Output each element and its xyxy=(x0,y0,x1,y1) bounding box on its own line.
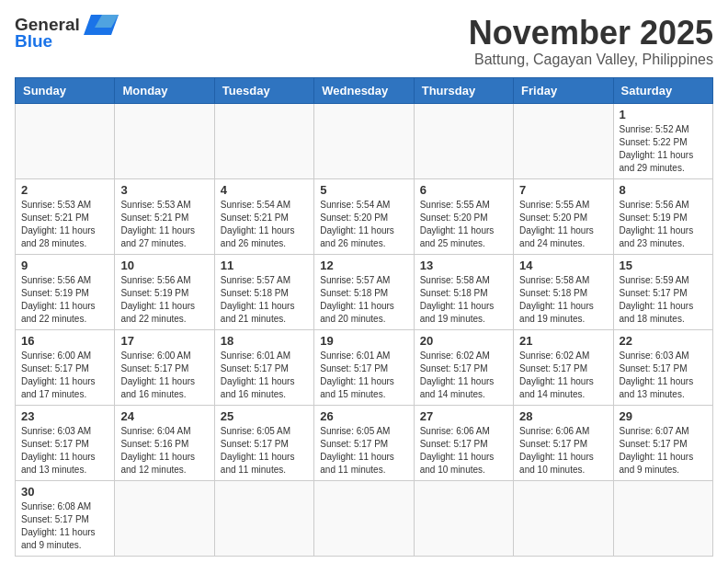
day-content: Sunrise: 5:56 AM Sunset: 5:19 PM Dayligh… xyxy=(620,199,707,250)
calendar-cell: 23Sunrise: 6:03 AM Sunset: 5:17 PM Dayli… xyxy=(16,405,115,480)
calendar-cell xyxy=(115,103,214,178)
calendar-cell: 2Sunrise: 5:53 AM Sunset: 5:21 PM Daylig… xyxy=(16,178,115,254)
calendar-cell xyxy=(414,103,513,178)
day-content: Sunrise: 5:53 AM Sunset: 5:21 PM Dayligh… xyxy=(120,199,208,250)
day-number: 26 xyxy=(320,409,407,423)
calendar-cell: 17Sunrise: 6:00 AM Sunset: 5:17 PM Dayli… xyxy=(115,329,214,405)
calendar-cell: 9Sunrise: 5:56 AM Sunset: 5:19 PM Daylig… xyxy=(16,254,115,329)
day-number: 15 xyxy=(620,259,707,272)
day-content: Sunrise: 6:08 AM Sunset: 5:17 PM Dayligh… xyxy=(21,500,108,552)
day-content: Sunrise: 5:59 AM Sunset: 5:17 PM Dayligh… xyxy=(620,274,707,326)
calendar-cell: 25Sunrise: 6:05 AM Sunset: 5:17 PM Dayli… xyxy=(214,405,313,480)
day-content: Sunrise: 5:56 AM Sunset: 5:19 PM Dayligh… xyxy=(120,274,208,326)
day-number: 10 xyxy=(120,259,208,272)
location-title: Battung, Cagayan Valley, Philippines xyxy=(469,52,713,68)
day-content: Sunrise: 5:57 AM Sunset: 5:18 PM Dayligh… xyxy=(320,274,407,326)
calendar-cell xyxy=(613,480,712,556)
day-content: Sunrise: 5:54 AM Sunset: 5:21 PM Dayligh… xyxy=(221,199,308,250)
calendar-cell: 4Sunrise: 5:54 AM Sunset: 5:21 PM Daylig… xyxy=(214,178,313,254)
logo-blue-icon xyxy=(84,15,119,35)
day-content: Sunrise: 5:54 AM Sunset: 5:20 PM Dayligh… xyxy=(320,199,407,250)
day-number: 13 xyxy=(420,259,507,272)
calendar-header-row: SundayMondayTuesdayWednesdayThursdayFrid… xyxy=(16,77,713,103)
calendar-week-1: 2Sunrise: 5:53 AM Sunset: 5:21 PM Daylig… xyxy=(16,178,713,254)
day-content: Sunrise: 5:55 AM Sunset: 5:20 PM Dayligh… xyxy=(519,199,607,250)
day-header-sunday: Sunday xyxy=(16,77,115,103)
day-number: 11 xyxy=(221,259,308,272)
day-number: 12 xyxy=(320,259,407,272)
calendar-cell: 5Sunrise: 5:54 AM Sunset: 5:20 PM Daylig… xyxy=(314,178,414,254)
calendar-cell xyxy=(214,103,313,178)
day-number: 25 xyxy=(221,409,308,423)
calendar-cell: 28Sunrise: 6:06 AM Sunset: 5:17 PM Dayli… xyxy=(514,405,613,480)
day-number: 19 xyxy=(320,334,407,348)
calendar-cell: 16Sunrise: 6:00 AM Sunset: 5:17 PM Dayli… xyxy=(16,329,115,405)
day-content: Sunrise: 5:53 AM Sunset: 5:21 PM Dayligh… xyxy=(21,199,108,250)
day-number: 14 xyxy=(519,259,607,272)
day-header-monday: Monday xyxy=(115,77,214,103)
day-content: Sunrise: 6:02 AM Sunset: 5:17 PM Dayligh… xyxy=(420,350,507,401)
calendar-week-4: 23Sunrise: 6:03 AM Sunset: 5:17 PM Dayli… xyxy=(16,405,713,480)
day-content: Sunrise: 6:06 AM Sunset: 5:17 PM Dayligh… xyxy=(519,425,607,477)
calendar-cell: 18Sunrise: 6:01 AM Sunset: 5:17 PM Dayli… xyxy=(214,329,313,405)
day-number: 23 xyxy=(21,409,108,423)
day-header-wednesday: Wednesday xyxy=(314,77,414,103)
day-content: Sunrise: 5:57 AM Sunset: 5:18 PM Dayligh… xyxy=(221,274,308,326)
day-number: 24 xyxy=(120,409,208,423)
calendar-cell: 22Sunrise: 6:03 AM Sunset: 5:17 PM Dayli… xyxy=(613,329,712,405)
calendar-cell: 30Sunrise: 6:08 AM Sunset: 5:17 PM Dayli… xyxy=(16,480,115,556)
calendar-cell xyxy=(115,480,214,556)
day-content: Sunrise: 5:52 AM Sunset: 5:22 PM Dayligh… xyxy=(620,123,707,175)
day-header-tuesday: Tuesday xyxy=(214,77,313,103)
day-number: 16 xyxy=(21,334,108,348)
calendar-cell: 6Sunrise: 5:55 AM Sunset: 5:20 PM Daylig… xyxy=(414,178,513,254)
calendar-cell: 26Sunrise: 6:05 AM Sunset: 5:17 PM Dayli… xyxy=(314,405,414,480)
calendar-cell xyxy=(314,480,414,556)
header: General Blue November 2025 Battung, Caga… xyxy=(15,15,713,68)
calendar-table: SundayMondayTuesdayWednesdayThursdayFrid… xyxy=(15,77,713,557)
calendar-cell: 29Sunrise: 6:07 AM Sunset: 5:17 PM Dayli… xyxy=(613,405,712,480)
day-content: Sunrise: 6:00 AM Sunset: 5:17 PM Dayligh… xyxy=(21,350,108,401)
day-header-friday: Friday xyxy=(514,77,613,103)
calendar-cell xyxy=(214,480,313,556)
day-content: Sunrise: 5:55 AM Sunset: 5:20 PM Dayligh… xyxy=(420,199,507,250)
calendar-cell xyxy=(314,103,414,178)
day-number: 3 xyxy=(120,183,208,197)
calendar-cell: 7Sunrise: 5:55 AM Sunset: 5:20 PM Daylig… xyxy=(514,178,613,254)
calendar-cell: 27Sunrise: 6:06 AM Sunset: 5:17 PM Dayli… xyxy=(414,405,513,480)
calendar-cell: 1Sunrise: 5:52 AM Sunset: 5:22 PM Daylig… xyxy=(613,103,712,178)
day-content: Sunrise: 5:58 AM Sunset: 5:18 PM Dayligh… xyxy=(420,274,507,326)
day-content: Sunrise: 6:06 AM Sunset: 5:17 PM Dayligh… xyxy=(420,425,507,477)
calendar-cell: 19Sunrise: 6:01 AM Sunset: 5:17 PM Dayli… xyxy=(314,329,414,405)
day-number: 20 xyxy=(420,334,507,348)
logo: General Blue xyxy=(15,15,119,52)
day-number: 4 xyxy=(221,183,308,197)
calendar-cell: 3Sunrise: 5:53 AM Sunset: 5:21 PM Daylig… xyxy=(115,178,214,254)
calendar-cell: 10Sunrise: 5:56 AM Sunset: 5:19 PM Dayli… xyxy=(115,254,214,329)
calendar-cell: 8Sunrise: 5:56 AM Sunset: 5:19 PM Daylig… xyxy=(613,178,712,254)
day-content: Sunrise: 6:02 AM Sunset: 5:17 PM Dayligh… xyxy=(519,350,607,401)
calendar-cell: 24Sunrise: 6:04 AM Sunset: 5:16 PM Dayli… xyxy=(115,405,214,480)
day-content: Sunrise: 6:01 AM Sunset: 5:17 PM Dayligh… xyxy=(221,350,308,401)
day-content: Sunrise: 6:00 AM Sunset: 5:17 PM Dayligh… xyxy=(120,350,208,401)
month-title: November 2025 xyxy=(469,15,713,52)
day-content: Sunrise: 6:04 AM Sunset: 5:16 PM Dayligh… xyxy=(120,425,208,477)
day-number: 1 xyxy=(620,108,707,121)
day-number: 18 xyxy=(221,334,308,348)
day-header-thursday: Thursday xyxy=(414,77,513,103)
calendar-cell: 11Sunrise: 5:57 AM Sunset: 5:18 PM Dayli… xyxy=(214,254,313,329)
day-content: Sunrise: 6:03 AM Sunset: 5:17 PM Dayligh… xyxy=(620,350,707,401)
day-number: 29 xyxy=(620,409,707,423)
calendar-cell xyxy=(514,480,613,556)
day-number: 9 xyxy=(21,259,108,272)
day-content: Sunrise: 6:05 AM Sunset: 5:17 PM Dayligh… xyxy=(320,425,407,477)
day-number: 28 xyxy=(519,409,607,423)
calendar-cell: 21Sunrise: 6:02 AM Sunset: 5:17 PM Dayli… xyxy=(514,329,613,405)
calendar-cell xyxy=(16,103,115,178)
day-number: 27 xyxy=(420,409,507,423)
calendar-cell xyxy=(514,103,613,178)
calendar-cell: 12Sunrise: 5:57 AM Sunset: 5:18 PM Dayli… xyxy=(314,254,414,329)
calendar-cell: 20Sunrise: 6:02 AM Sunset: 5:17 PM Dayli… xyxy=(414,329,513,405)
day-number: 5 xyxy=(320,183,407,197)
day-number: 8 xyxy=(620,183,707,197)
